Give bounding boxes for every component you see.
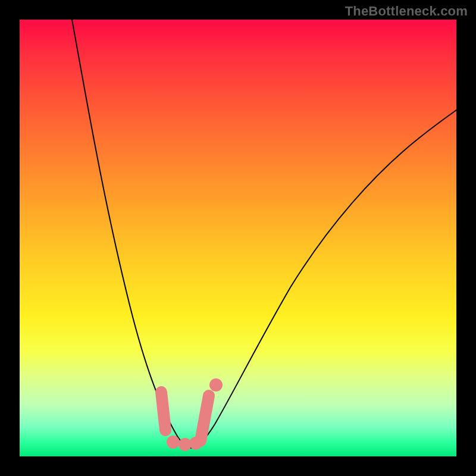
left-curve [72, 20, 191, 448]
curve-layer [20, 20, 456, 456]
marker-dot-c [189, 437, 202, 450]
plot-area [20, 20, 456, 456]
chart-frame: TheBottleneck.com [0, 0, 476, 476]
marker-left-rod [161, 392, 165, 430]
marker-dot-a [167, 436, 180, 449]
marker-dot-upper [209, 378, 223, 392]
watermark-text: TheBottleneck.com [345, 4, 468, 19]
marker-right-rod [201, 396, 209, 441]
right-curve [191, 110, 456, 448]
